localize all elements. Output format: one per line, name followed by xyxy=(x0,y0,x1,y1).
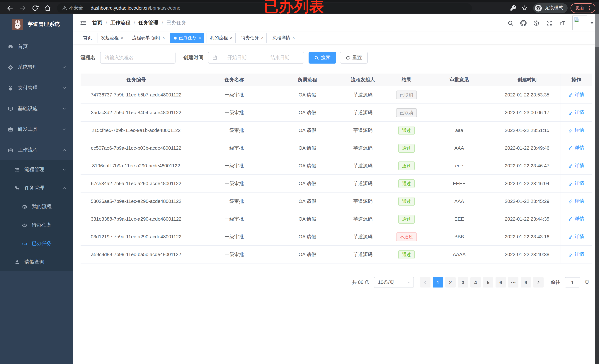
detail-link-label: 详情 xyxy=(575,91,584,98)
app-title: 芋道管理系统 xyxy=(28,21,60,28)
cell-task-id: 215cf4e5-7b9b-11ec-9a1b-acde48001122 xyxy=(80,121,192,139)
page-button-9[interactable]: 9 xyxy=(521,277,531,287)
detail-link[interactable]: 详情 xyxy=(568,91,584,98)
incognito-badge[interactable]: 无痕模式 xyxy=(533,3,568,13)
process-name-input[interactable]: 请输入流程名 xyxy=(100,52,175,63)
tab-close-icon[interactable]: × xyxy=(261,36,264,40)
tab-close-icon[interactable]: × xyxy=(199,36,201,40)
view-tab-item[interactable]: 待办任务 × xyxy=(238,33,267,43)
reset-button[interactable]: 重置 xyxy=(340,52,368,63)
calendar-icon xyxy=(212,55,217,60)
sidebar-item-briefcase[interactable]: 工作流程 xyxy=(0,140,73,160)
fullscreen-icon[interactable] xyxy=(546,20,552,26)
reload-icon[interactable] xyxy=(31,4,39,12)
sidebar-item-org-tree[interactable]: 任务管理 xyxy=(0,179,73,197)
view-tab-item[interactable]: 流程详情 × xyxy=(269,33,298,43)
scrollbar-thumb[interactable] xyxy=(595,14,599,47)
sidebar-item-toolbox[interactable]: 研发工具 xyxy=(0,119,73,140)
not-secure-icon xyxy=(62,5,67,10)
chevron-up-icon xyxy=(62,186,67,190)
chevron-left-icon xyxy=(423,280,428,284)
prev-page-button[interactable] xyxy=(420,277,431,287)
sidebar-collapse-icon[interactable] xyxy=(80,20,87,26)
sidebar-item-monitor[interactable]: 基础设施 xyxy=(0,98,73,119)
url-domain: dashboard.yudao.iocoder.cn xyxy=(91,5,149,10)
menu-dots-icon[interactable] xyxy=(587,5,592,10)
detail-link[interactable]: 详情 xyxy=(568,127,584,133)
filter-form: 流程名 请输入流程名 创建时间 开始日期 - 结束日期 搜索 xyxy=(80,52,592,63)
view-tab-item[interactable]: 发起流程 × xyxy=(97,33,127,43)
tab-close-icon[interactable]: × xyxy=(121,36,123,40)
page-button-6[interactable]: 6 xyxy=(495,277,506,287)
create-time-label: 创建时间 xyxy=(184,54,203,61)
view-tab-item[interactable]: 首页 xyxy=(80,33,95,43)
cell-result: 通过 xyxy=(388,175,425,192)
github-icon[interactable] xyxy=(520,20,527,26)
tab-close-icon[interactable]: × xyxy=(162,36,165,40)
page-button-4[interactable]: 4 xyxy=(470,277,481,287)
page-scrollbar[interactable] xyxy=(595,14,599,364)
question-icon[interactable] xyxy=(533,20,539,26)
edit-pencil-icon xyxy=(568,146,573,151)
breadcrumb-item[interactable]: 首页 xyxy=(92,20,102,26)
bookmark-star-icon[interactable] xyxy=(521,5,528,11)
detail-link[interactable]: 详情 xyxy=(568,251,584,258)
page-size-select[interactable]: 10条/页 xyxy=(374,277,414,288)
cell-flow: OA 请假 xyxy=(277,192,338,210)
detail-link-label: 详情 xyxy=(575,162,584,169)
detail-link[interactable]: 详情 xyxy=(568,216,584,222)
view-tab-item[interactable]: 我的流程 × xyxy=(207,33,236,43)
detail-link[interactable]: 详情 xyxy=(568,109,584,116)
detail-link[interactable]: 详情 xyxy=(568,198,584,204)
breadcrumb-item[interactable]: 工作流程 xyxy=(110,20,131,26)
cell-starter: 芋道源码 xyxy=(338,139,388,157)
page-button-1[interactable]: 1 xyxy=(433,277,443,287)
sidebar-item-list-tree[interactable]: 流程管理 xyxy=(0,160,73,179)
user-icon xyxy=(14,259,20,265)
sidebar-item-robot[interactable]: 我的流程 xyxy=(0,197,73,216)
jump-page-input[interactable]: 1 xyxy=(565,277,580,287)
sidebar-item-dashboard[interactable]: 首页 xyxy=(0,36,73,57)
app-logo-row[interactable]: 芋道管理系统 xyxy=(0,14,73,35)
sidebar-item-eye-open[interactable]: 待办任务 xyxy=(0,216,73,234)
sidebar-item-user[interactable]: 请假查询 xyxy=(0,253,73,271)
result-badge: 通过 xyxy=(398,214,414,223)
table-row: 8196daff-7b9a-11ec-a290-acde48001122 一级审… xyxy=(80,157,592,175)
page-button-5[interactable]: 5 xyxy=(483,277,493,287)
next-page-button[interactable] xyxy=(533,277,544,287)
page-ellipsis[interactable]: ⋯ xyxy=(508,277,519,287)
tab-close-icon[interactable]: × xyxy=(292,36,295,40)
update-button[interactable]: 更新 xyxy=(571,3,595,13)
cell-task-id: a59c9d88-7b99-11ec-ba5c-acde48001122 xyxy=(80,246,192,263)
password-key-icon[interactable] xyxy=(510,5,516,11)
back-icon[interactable] xyxy=(6,4,14,12)
detail-link[interactable]: 详情 xyxy=(568,180,584,187)
chevron-up-icon xyxy=(62,148,67,152)
page-button-3[interactable]: 3 xyxy=(458,277,468,287)
avatar-caret-icon[interactable] xyxy=(590,22,594,24)
cell-result: 已取消 xyxy=(388,86,425,104)
detail-link[interactable]: 详情 xyxy=(568,233,584,240)
search-icon[interactable] xyxy=(507,20,514,26)
sidebar-item-yen[interactable]: 支付管理 xyxy=(0,78,73,98)
forward-icon[interactable] xyxy=(19,4,26,12)
home-icon[interactable] xyxy=(44,4,51,12)
date-range-input[interactable]: 开始日期 - 结束日期 xyxy=(208,52,304,63)
view-tab-item[interactable]: 流程表单-编辑 × xyxy=(129,33,168,43)
tab-close-icon[interactable]: × xyxy=(230,36,232,40)
avatar[interactable] xyxy=(573,16,587,30)
detail-link[interactable]: 详情 xyxy=(568,145,584,151)
not-secure-label: 不安全 xyxy=(69,5,83,11)
image-placeholder-icon xyxy=(573,17,580,23)
breadcrumb-item[interactable]: 任务管理 xyxy=(138,20,158,26)
search-button[interactable]: 搜索 xyxy=(308,52,336,63)
detail-link[interactable]: 详情 xyxy=(568,162,584,169)
edit-pencil-icon xyxy=(568,199,573,204)
sidebar-item-gear[interactable]: 系统管理 xyxy=(0,57,73,78)
page-button-2[interactable]: 2 xyxy=(445,277,456,287)
font-size-icon[interactable] xyxy=(559,20,565,26)
sidebar-item-label: 任务管理 xyxy=(24,185,44,191)
sidebar-item-eye-closed[interactable]: 已办任务 xyxy=(0,234,73,253)
cell-created: 2022-01-22 23:43:16 xyxy=(493,228,561,246)
view-tab-active[interactable]: 已办任务 × xyxy=(170,33,204,43)
